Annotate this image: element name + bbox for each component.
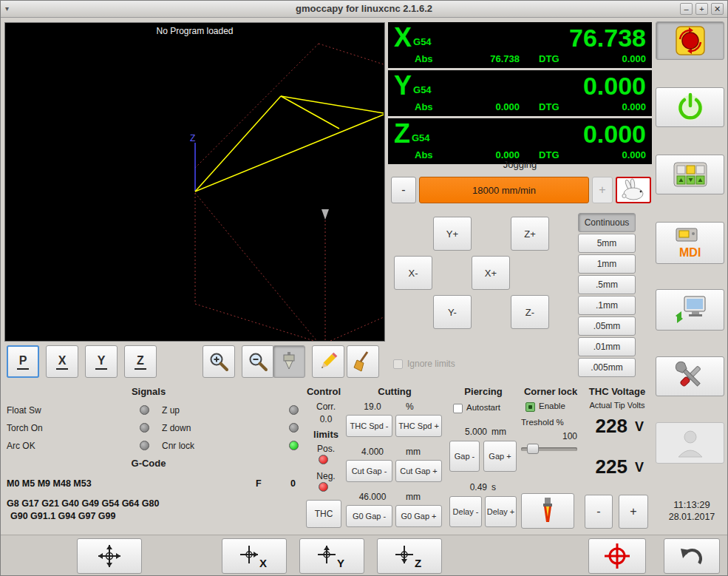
dro-axis-z[interactable]: Z G54 0.000 Abs 0.000 DTG 0.000 <box>388 118 652 164</box>
axis-x-value: 76.738 <box>569 24 646 53</box>
jog-speed-minus-button[interactable]: - <box>391 177 416 203</box>
pierce-delay-minus-button[interactable]: Delay - <box>449 496 482 527</box>
turtle-rabbit-toggle-button[interactable] <box>616 177 651 203</box>
autostart-checkbox[interactable] <box>453 404 463 413</box>
touch-off-z-letter: Z <box>415 557 421 569</box>
machine-on-button[interactable] <box>656 87 724 127</box>
zoom-out-button[interactable] <box>242 345 274 378</box>
g0-gap-plus-button[interactable]: G0 Gap + <box>395 505 442 527</box>
increment-continuous-button[interactable]: Continuous <box>578 213 636 232</box>
window-title: gmoccapy for linuxcnc 2.1.6.2 <box>1 3 727 14</box>
dro-axis-y[interactable]: Y G54 0.000 Abs 0.000 DTG 0.000 <box>388 70 652 116</box>
jog-z-minus-button[interactable]: Z- <box>511 295 549 329</box>
touch-off-x-button[interactable]: X <box>222 538 287 574</box>
touch-off-y-button[interactable]: Y <box>299 538 364 574</box>
cut-gap-plus-button[interactable]: Cut Gap + <box>395 460 442 482</box>
jog-x-minus-button[interactable]: X- <box>394 256 432 290</box>
volts-minus-button[interactable]: - <box>585 495 613 529</box>
jog-y-minus-button[interactable]: Y- <box>433 295 472 329</box>
tool-editor-button[interactable] <box>656 289 724 331</box>
minimize-button[interactable]: – <box>680 3 693 15</box>
mdi-mode-button[interactable]: MDI <box>656 222 724 264</box>
increment-1mm-button[interactable]: 1mm <box>578 254 636 274</box>
close-button[interactable]: ✕ <box>711 3 724 15</box>
increment-05mm-button[interactable]: .5mm <box>578 275 636 294</box>
clear-plot-button[interactable] <box>347 345 379 378</box>
jog-keypad-icon <box>673 160 708 189</box>
jog-x-plus-button[interactable]: X+ <box>472 256 510 290</box>
view-z-button[interactable]: Z <box>124 345 157 378</box>
z-down-led <box>289 423 299 433</box>
gremlin-preview[interactable]: Z No Program loaded <box>4 22 385 342</box>
axis-y-letter: Y <box>394 72 412 101</box>
maximize-button[interactable]: + <box>695 3 708 15</box>
cut-gap-value: 4.000 <box>346 447 399 457</box>
ignore-limits-checkbox[interactable] <box>393 359 403 369</box>
set-origin-button[interactable] <box>588 538 646 574</box>
limits-label: limits <box>305 429 347 440</box>
increment-005mm-button[interactable]: .05mm <box>578 316 636 336</box>
thc-speed-plus-button[interactable]: THC Spd + <box>395 415 442 437</box>
touch-off-all-button[interactable] <box>77 538 142 574</box>
thc-volts-unit-1: V <box>635 419 644 435</box>
mdi-icon-label: MDI <box>679 246 701 259</box>
torch-button[interactable] <box>521 493 574 529</box>
increment-0005mm-button[interactable]: .005mm <box>578 358 636 377</box>
pierce-gap-plus-button[interactable]: Gap + <box>483 441 517 472</box>
view-p-button[interactable]: P <box>7 345 39 378</box>
view-y-button[interactable]: Y <box>85 345 118 378</box>
increment-01mm-button[interactable]: .1mm <box>578 296 636 315</box>
zoom-in-button[interactable] <box>203 345 235 378</box>
g0-gap-minus-button[interactable]: G0 Gap - <box>346 505 392 527</box>
z-up-led <box>289 405 299 415</box>
dro-axis-x[interactable]: X G54 76.738 Abs 76.738 DTG 0.000 <box>388 22 652 68</box>
increment-5mm-button[interactable]: 5mm <box>578 234 636 253</box>
jog-speed-bar[interactable]: 18000 mm/min <box>419 177 589 203</box>
pierce-gap-unit: mm <box>491 427 506 437</box>
clock-date: 28.01.2017 <box>659 511 725 523</box>
edit-program-button[interactable] <box>312 345 344 378</box>
corner-lock-enable-checkbox[interactable] <box>525 402 535 412</box>
touch-off-z-button[interactable]: Z <box>377 538 442 574</box>
thc-speed-minus-button[interactable]: THC Spd - <box>346 415 392 437</box>
jog-speed-row: - 18000 mm/min + <box>391 177 651 203</box>
signals-header: Signals <box>112 386 186 397</box>
signal-torch-on-label: Torch On <box>7 423 43 433</box>
corr-value: 0.0 <box>305 414 347 424</box>
toolpath-plot: Z <box>5 23 384 341</box>
pierce-delay-unit: s <box>491 482 496 492</box>
view-y-letter: Y <box>95 354 108 370</box>
ignore-limits-option[interactable]: Ignore limits <box>393 359 455 369</box>
thc-toggle-button[interactable]: THC <box>306 500 341 528</box>
toggle-dimensions-button[interactable] <box>273 345 305 378</box>
pierce-delay-plus-button[interactable]: Delay + <box>485 496 517 527</box>
signal-z-down-label: Z down <box>162 423 191 433</box>
clock: 11:13:29 28.01.2017 <box>659 499 725 523</box>
settings-button[interactable] <box>656 356 724 396</box>
increment-001mm-button[interactable]: .01mm <box>578 337 636 356</box>
zoom-in-icon <box>208 350 230 373</box>
touch-off-all-icon <box>94 542 125 570</box>
pierce-gap-minus-button[interactable]: Gap - <box>449 441 480 472</box>
thc-volts-value-2: 225 <box>582 455 627 478</box>
jog-y-plus-button[interactable]: Y+ <box>433 217 472 251</box>
view-x-button[interactable]: X <box>46 345 78 378</box>
gcode-header: G-Code <box>112 458 186 469</box>
pencil-icon <box>317 350 339 373</box>
thc-volts-value-1: 228 <box>582 415 627 438</box>
machine-limits-wireframe <box>194 44 384 341</box>
back-button[interactable] <box>664 538 720 574</box>
threshold-slider-handle[interactable] <box>527 444 539 454</box>
view-z-letter: Z <box>135 354 146 370</box>
bottom-button-bar: X Y Z <box>1 535 728 576</box>
volts-plus-button[interactable]: + <box>619 495 648 529</box>
jog-speed-plus-button[interactable]: + <box>592 177 613 203</box>
user-mode-button[interactable] <box>656 422 724 464</box>
show-jog-keypad-button[interactable] <box>656 155 724 194</box>
piercing-header: Piercing <box>449 386 518 397</box>
power-icon <box>674 91 707 123</box>
estop-button[interactable] <box>656 21 724 60</box>
cut-gap-minus-button[interactable]: Cut Gap - <box>346 460 392 482</box>
user-icon <box>674 427 707 458</box>
jog-z-plus-button[interactable]: Z+ <box>511 217 549 251</box>
